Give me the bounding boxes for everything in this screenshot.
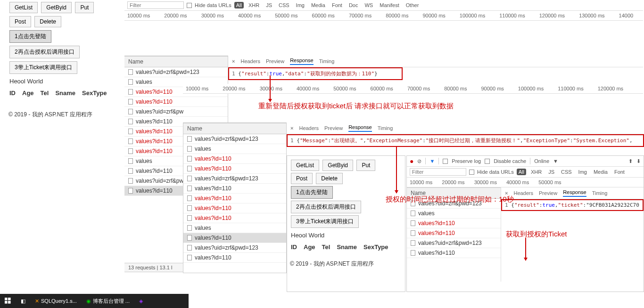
filter-all[interactable]: All — [234, 2, 244, 8]
funnel-icon[interactable]: ▼ — [429, 158, 435, 164]
timeline-tick: 20000 ms — [164, 13, 187, 18]
request-item[interactable]: values — [183, 223, 286, 233]
filter-img[interactable]: Img — [294, 2, 306, 8]
tab-timing[interactable]: Timing — [378, 125, 393, 131]
filter-all-sm[interactable]: All — [517, 169, 526, 175]
request-item[interactable]: values?id=110 — [183, 164, 286, 174]
request-name: values?uid=zrf&pw — [136, 108, 183, 115]
tab-headers[interactable]: Headers — [299, 125, 319, 131]
chevron-down-icon[interactable]: ▼ — [553, 158, 558, 164]
request-item[interactable]: values?uid=zrf&pwd=123 — [407, 238, 501, 248]
taskbar-blog[interactable]: ◉ 博客后台管理 ... — [82, 294, 134, 308]
getbyid-button[interactable]: GetByid — [41, 2, 72, 13]
filter-ws[interactable]: WS — [363, 2, 375, 8]
th-id: ID — [9, 89, 16, 97]
request-item[interactable]: values?id=110 — [183, 184, 286, 194]
delete-button[interactable]: Delete — [34, 16, 61, 27]
filter-media[interactable]: Media — [309, 2, 327, 8]
filter-doc[interactable]: Doc — [347, 2, 360, 8]
request-name: values?id=110 — [195, 205, 231, 211]
close-icon[interactable]: × — [232, 58, 235, 64]
request-item[interactable]: values?id=110 — [183, 213, 286, 223]
filter-other[interactable]: Other — [404, 2, 421, 8]
document-icon — [187, 245, 192, 251]
tab-headers[interactable]: Headers — [240, 58, 260, 64]
request-item[interactable]: values?uid=zrf&pwd=123 — [183, 174, 286, 184]
request-item[interactable]: values?uid=zrf&pwd=123 — [183, 134, 286, 144]
start-button[interactable] — [0, 294, 16, 308]
request-item[interactable]: values — [407, 209, 501, 219]
waterfall-sm: 10000 ms20000 ms30000 ms40000 ms50000 ms — [407, 178, 644, 187]
response-body-1: 1 {"result":true,"data":"获取到的传如数据为：110"} — [228, 67, 403, 80]
filter-css[interactable]: CSS — [277, 2, 291, 8]
request-item[interactable]: values?id=110 — [183, 194, 286, 203]
hide-urls-checkbox[interactable] — [187, 3, 192, 8]
request-item[interactable]: values?uid=zrf&pwd=123 — [124, 67, 228, 77]
preserve-checkbox[interactable] — [443, 159, 448, 164]
task-view-icon[interactable]: ◧ — [16, 294, 30, 308]
getlist-button-2[interactable]: GetList — [291, 160, 319, 171]
download-icon[interactable]: ⬇ — [636, 158, 641, 164]
clear-icon[interactable]: ⊘ — [417, 158, 421, 164]
annotation-expired: 授权的时间已经超过过期的时间如：10秒 — [386, 195, 514, 204]
document-icon — [128, 188, 133, 194]
tab-timing[interactable]: Timing — [319, 58, 335, 64]
request-name: values — [195, 225, 211, 231]
disable-checkbox[interactable] — [485, 159, 490, 164]
step1-button-2[interactable]: 1点击先登陆 — [291, 186, 333, 199]
request-item[interactable]: values?id=110 — [407, 219, 501, 228]
filter-input-sm[interactable] — [410, 168, 466, 176]
timeline-tick: 70000 ms — [349, 13, 372, 18]
step2-button-2[interactable]: 2再点击授权后调用接口 — [291, 201, 361, 213]
filter-font[interactable]: Font — [330, 2, 344, 8]
arrow-3 — [525, 238, 526, 260]
getlist-button[interactable]: GetList — [9, 2, 38, 13]
close-icon[interactable]: × — [290, 125, 293, 131]
request-item[interactable]: values?id=110 — [407, 228, 501, 238]
timeline-tick: 20000 ms — [442, 179, 464, 185]
document-icon — [411, 230, 415, 236]
step3-button[interactable]: 3带上Ticket来调用接口 — [9, 61, 77, 74]
delete-button-2[interactable]: Delete — [316, 173, 343, 184]
step1-button[interactable]: 1点击先登陆 — [9, 30, 51, 43]
devtools-small: ● ⊘ ▼ Preserve log Disable cache Online … — [406, 155, 644, 292]
tab-preview[interactable]: Preview — [266, 58, 284, 64]
document-icon — [128, 129, 133, 134]
timeline-tick: 80000 ms — [444, 86, 467, 91]
tab-preview[interactable]: Preview — [324, 125, 343, 131]
request-item[interactable]: values — [183, 144, 286, 154]
request-item[interactable]: values?id=110 — [124, 97, 228, 107]
request-item[interactable]: values?id=110 — [183, 253, 286, 263]
post-button-2[interactable]: Post — [291, 173, 313, 184]
request-item[interactable]: values?uid=zrf&pw — [124, 107, 228, 117]
filter-js[interactable]: JS — [264, 2, 274, 8]
upload-icon[interactable]: ⬆ — [628, 158, 633, 164]
filter-manifest[interactable]: Manifest — [378, 2, 401, 8]
document-icon — [128, 168, 133, 174]
document-icon — [128, 119, 133, 124]
put-button-2[interactable]: Put — [356, 160, 375, 171]
record-icon[interactable]: ● — [410, 157, 413, 165]
filter-bar-sm: Hide data URLs All XHR JS CSS Img Media … — [407, 167, 644, 178]
request-item[interactable]: values?id=110 — [183, 203, 286, 213]
request-item[interactable]: values?id=110 — [183, 154, 286, 164]
request-item[interactable]: values?uid=zrf&pwd=123 — [183, 243, 286, 253]
step3-button-2[interactable]: 3带上Ticket来调用接口 — [291, 215, 359, 228]
filter-input[interactable] — [127, 1, 184, 9]
hide-urls-checkbox-sm[interactable] — [469, 170, 474, 175]
step2-button[interactable]: 2再点击授权后调用接口 — [9, 46, 80, 58]
filter-xhr[interactable]: XHR — [247, 2, 261, 8]
put-button[interactable]: Put — [75, 2, 94, 13]
taskbar-vs[interactable]: ◈ — [134, 294, 148, 308]
request-item[interactable]: values?id=110 — [183, 233, 286, 243]
online-select[interactable]: Online — [534, 158, 549, 164]
taskbar-sql[interactable]: ✕ SQLQuery1.s... — [30, 294, 82, 308]
tab-response[interactable]: Response — [290, 57, 314, 65]
sql-icon: ✕ — [35, 298, 39, 304]
request-list-mid: values?uid=zrf&pwd=123valuesvalues?id=11… — [183, 134, 286, 263]
request-item[interactable]: values?id=110 — [407, 248, 501, 258]
tab-response[interactable]: Response — [348, 124, 372, 132]
request-name: values?id=110 — [195, 195, 231, 202]
post-button[interactable]: Post — [9, 16, 31, 27]
getbyid-button-2[interactable]: GetByid — [322, 160, 353, 171]
